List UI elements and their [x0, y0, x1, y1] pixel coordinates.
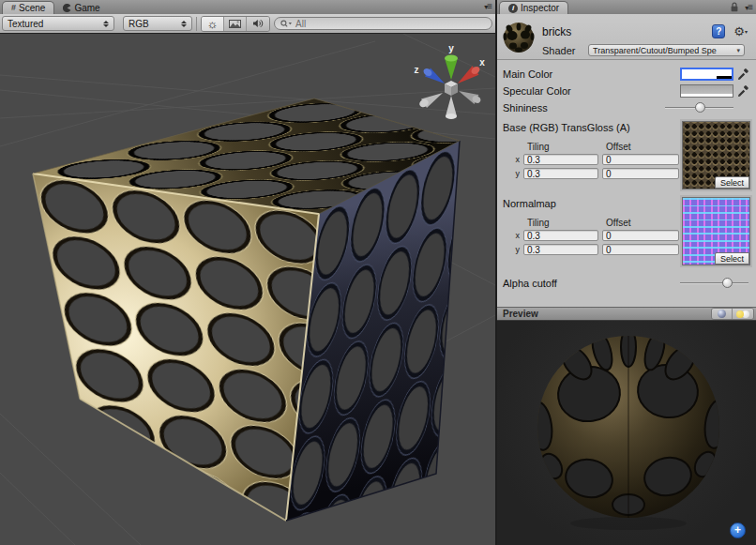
slider-thumb[interactable] — [722, 278, 733, 288]
x-axis-label: x — [510, 231, 520, 240]
main-color-label: Main Color — [503, 68, 680, 80]
info-icon: i — [508, 4, 518, 13]
scene-panel-menu-icon[interactable]: ▾≡ — [484, 2, 491, 11]
specular-color-swatch[interactable] — [680, 84, 733, 98]
preview-lighting-button[interactable] — [733, 309, 753, 319]
tab-game-label: Game — [74, 3, 99, 13]
shininess-label: Shininess — [503, 102, 665, 114]
color-mode-dropdown[interactable]: RGB — [123, 16, 192, 31]
add-button[interactable]: + — [730, 522, 746, 538]
shader-dropdown[interactable]: Transparent/Cutout/Bumped Spe ▾ — [588, 44, 745, 56]
sun-icon: ☼ — [207, 18, 219, 30]
base-texture-select-button[interactable]: Select — [715, 176, 749, 189]
draw-mode-dropdown[interactable]: Textured — [2, 16, 114, 31]
gizmo-x-axis[interactable] — [458, 65, 481, 83]
scene-3d-view: y x z — [0, 34, 495, 545]
gear-icon[interactable]: ⚙▾ — [733, 25, 748, 38]
preview-header: Preview — [497, 307, 756, 321]
skybox-toggle-button[interactable] — [224, 17, 247, 31]
main-color-row: Main Color — [503, 67, 750, 81]
gizmo-z-axis[interactable] — [422, 67, 445, 83]
gizmo-y-axis[interactable] — [445, 55, 458, 81]
speaker-icon — [252, 19, 264, 28]
toolbar-divider — [196, 17, 197, 31]
gizmo-y-label: y — [448, 43, 454, 53]
inspector-tabstrip: i Inspector ▾≡ — [497, 0, 756, 14]
base-map-section: Base (RGB) TransGloss (A) Tiling Offset … — [503, 121, 750, 179]
tab-scene-label: Scene — [19, 3, 45, 13]
offset-header: Offset — [606, 142, 631, 151]
preview-title: Preview — [503, 309, 538, 319]
alpha-bar — [682, 76, 732, 79]
shininess-row: Shininess — [503, 100, 750, 114]
offset-header: Offset — [606, 218, 631, 227]
alpha-cutoff-slider[interactable] — [680, 277, 748, 290]
base-offset-y-input[interactable] — [602, 168, 679, 179]
normal-tiling-y-input[interactable] — [523, 244, 598, 255]
material-ball-icon — [502, 21, 536, 54]
scene-tabstrip: # Scene Game ▾≡ — [0, 0, 495, 14]
base-offset-x-input[interactable] — [602, 154, 679, 165]
preview-mesh-button[interactable] — [712, 309, 733, 319]
base-tiling-y-input[interactable] — [523, 168, 598, 179]
help-icon[interactable]: ? — [712, 24, 725, 38]
lights-icon — [736, 310, 749, 318]
image-icon — [229, 20, 241, 28]
normal-offset-y-input[interactable] — [602, 244, 679, 255]
base-texture-thumbnail[interactable]: Select — [682, 121, 750, 189]
inspector-panel: i Inspector ▾≡ — [497, 0, 756, 545]
normal-map-section: Normalmap Tiling Offset x y Select — [503, 197, 750, 255]
sphere-icon — [718, 310, 726, 318]
lighting-toggle-button[interactable]: ☼ — [202, 17, 224, 31]
tab-game[interactable]: Game — [54, 1, 108, 14]
gizmo-z-label: z — [415, 65, 419, 75]
y-axis-label: y — [510, 245, 520, 254]
tab-inspector[interactable]: i Inspector — [499, 1, 568, 14]
normal-tiling-x-input[interactable] — [523, 230, 598, 241]
specular-color-row: Specular Color — [503, 83, 750, 98]
specular-color-label: Specular Color — [503, 85, 680, 97]
inspector-menu-icon[interactable]: ▾≡ — [745, 3, 752, 12]
game-pacman-icon — [63, 4, 71, 12]
scene-search-field[interactable]: All — [274, 17, 492, 30]
normal-map-thumbnail[interactable]: Select — [682, 197, 750, 265]
normal-offset-x-input[interactable] — [602, 230, 679, 241]
slider-thumb[interactable] — [695, 102, 705, 113]
scene-viewport[interactable]: y x z — [0, 34, 495, 545]
normal-map-select-button[interactable]: Select — [715, 252, 749, 265]
draw-mode-value: Textured — [8, 19, 99, 29]
scene-panel: # Scene Game ▾≡ Textured RGB — [0, 0, 497, 545]
updown-arrows-icon — [103, 21, 109, 27]
updown-arrows-icon — [181, 21, 187, 27]
y-axis-label: y — [510, 169, 520, 178]
shader-value: Transparent/Cutout/Bumped Spe — [593, 46, 736, 55]
lock-icon[interactable] — [730, 2, 739, 12]
preview-sphere — [497, 321, 756, 545]
alpha-bar — [681, 94, 733, 97]
cube-object[interactable] — [33, 98, 460, 521]
audio-toggle-button[interactable] — [247, 17, 269, 31]
unity-editor-window: # Scene Game ▾≡ Textured RGB — [0, 0, 756, 545]
scene-grid-icon: # — [11, 4, 16, 12]
shader-label: Shader — [542, 45, 575, 56]
scene-view-toggles: ☼ — [201, 16, 270, 32]
material-header: bricks ? ⚙▾ Shader Transparent/Cutout/Bu… — [497, 14, 756, 60]
base-tiling-x-input[interactable] — [523, 154, 598, 165]
eyedropper-icon[interactable] — [737, 68, 750, 81]
tab-scene[interactable]: # Scene — [2, 1, 54, 14]
tab-inspector-label: Inspector — [521, 3, 559, 13]
alpha-cutoff-row: Alpha cutoff — [503, 276, 750, 290]
alpha-cutoff-label: Alpha cutoff — [503, 278, 680, 289]
scene-orientation-gizmo[interactable]: y x z — [415, 43, 486, 119]
material-preview-area[interactable]: + — [497, 321, 756, 545]
eyedropper-icon[interactable] — [737, 84, 750, 98]
tiling-header: Tiling — [527, 142, 606, 151]
shininess-slider[interactable] — [665, 101, 733, 114]
material-name: bricks — [542, 25, 571, 38]
color-mode-value: RGB — [129, 19, 177, 29]
search-icon — [280, 20, 293, 28]
tiling-header: Tiling — [527, 218, 606, 227]
main-color-swatch[interactable] — [680, 68, 733, 81]
x-axis-label: x — [510, 155, 520, 164]
scene-toolbar: Textured RGB ☼ — [0, 14, 495, 34]
